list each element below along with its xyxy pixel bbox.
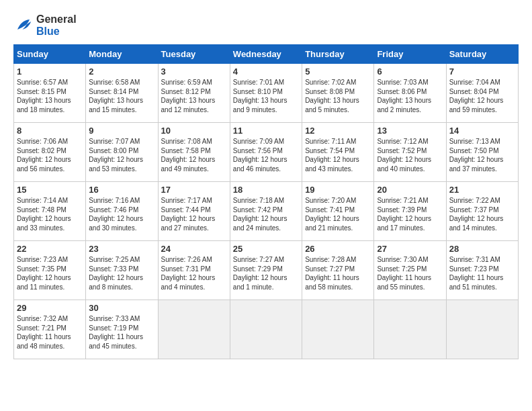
calendar-cell [446,300,518,359]
calendar-cell: 12Sunrise: 7:11 AMSunset: 7:54 PMDayligh… [302,123,374,182]
day-number: 14 [449,126,515,136]
day-number: 5 [305,66,371,77]
cell-info: Sunrise: 7:13 AMSunset: 7:50 PMDaylight:… [449,137,515,173]
logo: General Blue [13,13,77,38]
cell-info: Sunrise: 7:09 AMSunset: 7:56 PMDaylight:… [233,137,299,173]
day-number: 1 [17,66,83,77]
cell-info: Sunrise: 7:14 AMSunset: 7:48 PMDaylight:… [17,196,83,232]
cell-info: Sunrise: 7:31 AMSunset: 7:23 PMDaylight:… [449,255,515,291]
calendar-cell: 9Sunrise: 7:07 AMSunset: 8:00 PMDaylight… [86,123,158,182]
cell-info: Sunrise: 7:26 AMSunset: 7:31 PMDaylight:… [161,255,227,291]
cell-info: Sunrise: 7:08 AMSunset: 7:58 PMDaylight:… [161,137,227,173]
logo-icon [13,15,34,36]
cell-info: Sunrise: 6:59 AMSunset: 8:12 PMDaylight:… [161,78,227,114]
day-number: 19 [305,185,371,195]
page-header: General Blue [13,13,519,38]
calendar-cell [302,300,374,359]
day-number: 8 [17,126,83,136]
cell-info: Sunrise: 7:18 AMSunset: 7:42 PMDaylight:… [233,196,299,232]
calendar-cell: 13Sunrise: 7:12 AMSunset: 7:52 PMDayligh… [374,123,446,182]
calendar-cell: 5Sunrise: 7:02 AMSunset: 8:08 PMDaylight… [302,64,374,123]
day-number: 18 [233,185,299,195]
calendar-cell: 19Sunrise: 7:20 AMSunset: 7:41 PMDayligh… [302,182,374,241]
calendar-cell: 15Sunrise: 7:14 AMSunset: 7:48 PMDayligh… [14,182,86,241]
logo-text: General Blue [36,13,77,38]
calendar-cell [374,300,446,359]
cell-info: Sunrise: 7:17 AMSunset: 7:44 PMDaylight:… [161,196,227,232]
day-number: 2 [89,66,154,77]
calendar-cell: 30Sunrise: 7:33 AMSunset: 7:19 PMDayligh… [86,300,158,359]
calendar-cell [158,300,230,359]
cell-info: Sunrise: 7:32 AMSunset: 7:21 PMDaylight:… [17,314,83,351]
calendar-cell: 20Sunrise: 7:21 AMSunset: 7:39 PMDayligh… [374,182,446,241]
cell-info: Sunrise: 7:06 AMSunset: 8:02 PMDaylight:… [17,137,83,173]
cell-info: Sunrise: 7:20 AMSunset: 7:41 PMDaylight:… [305,196,371,232]
day-number: 29 [17,303,83,313]
calendar-cell: 22Sunrise: 7:23 AMSunset: 7:35 PMDayligh… [14,241,86,300]
calendar-cell: 28Sunrise: 7:31 AMSunset: 7:23 PMDayligh… [446,241,518,300]
column-header-monday: Monday [86,45,158,64]
calendar-header-row: SundayMondayTuesdayWednesdayThursdayFrid… [14,45,519,64]
cell-info: Sunrise: 6:57 AMSunset: 8:15 PMDaylight:… [17,78,83,114]
calendar-cell: 4Sunrise: 7:01 AMSunset: 8:10 PMDaylight… [230,64,302,123]
day-number: 27 [377,244,443,254]
cell-info: Sunrise: 6:58 AMSunset: 8:14 PMDaylight:… [89,78,154,114]
calendar-cell: 7Sunrise: 7:04 AMSunset: 8:04 PMDaylight… [446,64,518,123]
day-number: 23 [89,244,154,254]
day-number: 22 [17,244,83,254]
calendar-cell: 2Sunrise: 6:58 AMSunset: 8:14 PMDaylight… [86,64,158,123]
day-number: 13 [377,126,443,136]
calendar-cell: 23Sunrise: 7:25 AMSunset: 7:33 PMDayligh… [86,241,158,300]
day-number: 4 [233,66,299,77]
day-number: 26 [305,244,371,254]
cell-info: Sunrise: 7:12 AMSunset: 7:52 PMDaylight:… [377,137,443,173]
column-header-wednesday: Wednesday [230,45,302,64]
column-header-thursday: Thursday [302,45,374,64]
cell-info: Sunrise: 7:23 AMSunset: 7:35 PMDaylight:… [17,255,83,291]
calendar-cell: 18Sunrise: 7:18 AMSunset: 7:42 PMDayligh… [230,182,302,241]
calendar-table: SundayMondayTuesdayWednesdayThursdayFrid… [13,44,519,359]
calendar-cell: 17Sunrise: 7:17 AMSunset: 7:44 PMDayligh… [158,182,230,241]
calendar-week-row: 22Sunrise: 7:23 AMSunset: 7:35 PMDayligh… [14,241,519,300]
calendar-week-row: 8Sunrise: 7:06 AMSunset: 8:02 PMDaylight… [14,123,519,182]
calendar-cell [230,300,302,359]
calendar-cell: 25Sunrise: 7:27 AMSunset: 7:29 PMDayligh… [230,241,302,300]
calendar-cell: 6Sunrise: 7:03 AMSunset: 8:06 PMDaylight… [374,64,446,123]
day-number: 21 [449,185,515,195]
calendar-week-row: 15Sunrise: 7:14 AMSunset: 7:48 PMDayligh… [14,182,519,241]
day-number: 6 [377,66,443,77]
day-number: 28 [449,244,515,254]
calendar-cell: 10Sunrise: 7:08 AMSunset: 7:58 PMDayligh… [158,123,230,182]
column-header-sunday: Sunday [14,45,86,64]
cell-info: Sunrise: 7:11 AMSunset: 7:54 PMDaylight:… [305,137,371,173]
column-header-friday: Friday [374,45,446,64]
day-number: 7 [449,66,515,77]
day-number: 25 [233,244,299,254]
day-number: 12 [305,126,371,136]
cell-info: Sunrise: 7:04 AMSunset: 8:04 PMDaylight:… [449,78,515,114]
day-number: 11 [233,126,299,136]
day-number: 30 [89,303,154,313]
calendar-cell: 27Sunrise: 7:30 AMSunset: 7:25 PMDayligh… [374,241,446,300]
day-number: 24 [161,244,227,254]
day-number: 20 [377,185,443,195]
cell-info: Sunrise: 7:07 AMSunset: 8:00 PMDaylight:… [89,137,154,173]
column-header-tuesday: Tuesday [158,45,230,64]
day-number: 15 [17,185,83,195]
cell-info: Sunrise: 7:22 AMSunset: 7:37 PMDaylight:… [449,196,515,232]
day-number: 10 [161,126,227,136]
calendar-cell: 16Sunrise: 7:16 AMSunset: 7:46 PMDayligh… [86,182,158,241]
calendar-cell: 24Sunrise: 7:26 AMSunset: 7:31 PMDayligh… [158,241,230,300]
cell-info: Sunrise: 7:16 AMSunset: 7:46 PMDaylight:… [89,196,154,232]
day-number: 16 [89,185,154,195]
calendar-cell: 26Sunrise: 7:28 AMSunset: 7:27 PMDayligh… [302,241,374,300]
calendar-cell: 1Sunrise: 6:57 AMSunset: 8:15 PMDaylight… [14,64,86,123]
cell-info: Sunrise: 7:30 AMSunset: 7:25 PMDaylight:… [377,255,443,291]
cell-info: Sunrise: 7:27 AMSunset: 7:29 PMDaylight:… [233,255,299,291]
day-number: 3 [161,66,227,77]
calendar-week-row: 1Sunrise: 6:57 AMSunset: 8:15 PMDaylight… [14,64,519,123]
cell-info: Sunrise: 7:21 AMSunset: 7:39 PMDaylight:… [377,196,443,232]
calendar-cell: 29Sunrise: 7:32 AMSunset: 7:21 PMDayligh… [14,300,86,359]
cell-info: Sunrise: 7:02 AMSunset: 8:08 PMDaylight:… [305,78,371,114]
calendar-cell: 11Sunrise: 7:09 AMSunset: 7:56 PMDayligh… [230,123,302,182]
